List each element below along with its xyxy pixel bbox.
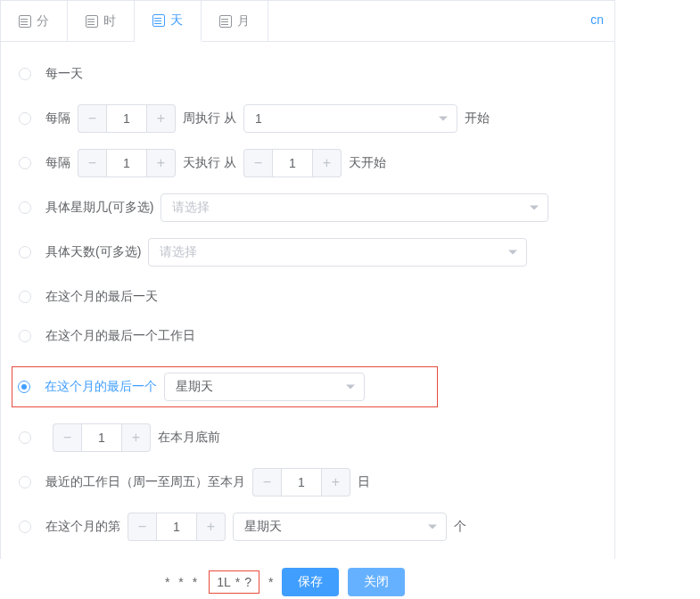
label-suffix: 周执行 从 bbox=[183, 111, 236, 127]
tab-hour[interactable]: 时 bbox=[68, 1, 135, 41]
radio-nearest-workday[interactable] bbox=[19, 476, 31, 488]
lang-switch[interactable]: cn bbox=[590, 12, 604, 27]
tab-label: 天 bbox=[170, 12, 183, 29]
label-prefix: 每隔 bbox=[45, 111, 70, 127]
minus-icon[interactable]: − bbox=[128, 513, 156, 541]
nth-stepper: − + bbox=[128, 513, 226, 541]
tab-label: 分 bbox=[37, 13, 49, 29]
tab-minute[interactable]: 分 bbox=[1, 1, 68, 41]
plus-icon[interactable]: + bbox=[147, 149, 176, 177]
minus-icon[interactable]: − bbox=[243, 149, 272, 177]
day-interval-input[interactable] bbox=[106, 149, 147, 177]
minus-icon[interactable]: − bbox=[53, 423, 81, 452]
week-start-select[interactable]: 1 bbox=[243, 104, 457, 133]
selected-row-highlight: 在这个月的最后一个 星期天 bbox=[12, 366, 438, 407]
label-prefix: 每隔 bbox=[45, 155, 70, 171]
day-interval-stepper: − + bbox=[78, 149, 176, 177]
cron-expression-highlight: 1L * ? bbox=[209, 570, 259, 594]
chevron-down-icon bbox=[346, 385, 355, 390]
nearest-workday-stepper: − + bbox=[252, 468, 350, 496]
radio-every-day[interactable] bbox=[19, 68, 31, 80]
plus-icon[interactable]: + bbox=[322, 468, 350, 496]
day-from-stepper: − + bbox=[243, 149, 342, 177]
label-nth-weekday: 在这个月的第 bbox=[45, 519, 120, 535]
minus-icon[interactable]: − bbox=[78, 149, 106, 177]
calendar-icon bbox=[19, 15, 31, 28]
label-before-end: 在本月底前 bbox=[158, 430, 220, 446]
calendar-icon bbox=[219, 15, 232, 28]
radio-before-end[interactable] bbox=[19, 431, 31, 444]
radio-every-n-days[interactable] bbox=[19, 157, 31, 169]
select-placeholder: 请选择 bbox=[172, 200, 210, 216]
save-button[interactable]: 保存 bbox=[282, 568, 339, 596]
label-specific-day: 具体天数(可多选) bbox=[45, 244, 141, 260]
tab-label: 月 bbox=[237, 13, 250, 29]
chevron-down-icon bbox=[508, 250, 517, 255]
tab-day[interactable]: 天 bbox=[135, 1, 202, 42]
before-end-input[interactable] bbox=[81, 423, 122, 452]
plus-icon[interactable]: + bbox=[147, 104, 176, 133]
chevron-down-icon bbox=[428, 525, 437, 529]
label-last-workday: 在这个月的最后一个工作日 bbox=[45, 328, 195, 344]
last-weekday-select[interactable]: 星期天 bbox=[164, 373, 365, 401]
chevron-down-icon bbox=[530, 206, 539, 210]
week-interval-input[interactable] bbox=[106, 104, 147, 133]
label-last-weekday: 在这个月的最后一个 bbox=[45, 379, 157, 395]
radio-last-workday[interactable] bbox=[19, 330, 31, 342]
calendar-icon bbox=[152, 14, 165, 27]
tab-label: 时 bbox=[103, 13, 116, 29]
cron-prefix: * * * bbox=[165, 575, 200, 589]
nth-input[interactable] bbox=[156, 513, 197, 541]
minus-icon[interactable]: − bbox=[252, 468, 281, 496]
nth-weekday-select[interactable]: 星期天 bbox=[233, 513, 447, 541]
before-end-stepper: − + bbox=[53, 423, 151, 452]
select-value: 星期天 bbox=[244, 519, 282, 535]
cron-dow: ? bbox=[244, 575, 251, 589]
label-suffix: 天执行 从 bbox=[183, 155, 236, 171]
label-day-suffix: 日 bbox=[358, 474, 370, 490]
specific-day-select[interactable]: 请选择 bbox=[148, 238, 527, 267]
cron-suffix: * bbox=[268, 575, 273, 589]
radio-every-n-weeks[interactable] bbox=[19, 112, 31, 125]
label-end: 天开始 bbox=[349, 155, 386, 171]
plus-icon[interactable]: + bbox=[122, 423, 151, 452]
tab-bar: 分 时 天 月 cn bbox=[1, 1, 614, 42]
chevron-down-icon bbox=[439, 117, 448, 121]
minus-icon[interactable]: − bbox=[78, 104, 106, 133]
label-nearest-workday: 最近的工作日（周一至周五）至本月 bbox=[45, 474, 245, 490]
plus-icon[interactable]: + bbox=[313, 149, 342, 177]
label-last-day: 在这个月的最后一天 bbox=[45, 289, 158, 305]
nearest-workday-input[interactable] bbox=[281, 468, 322, 496]
radio-last-weekday[interactable] bbox=[18, 381, 30, 393]
tab-month[interactable]: 月 bbox=[202, 1, 268, 41]
close-button[interactable]: 关闭 bbox=[348, 568, 405, 596]
cron-mid: * bbox=[235, 575, 240, 589]
calendar-icon bbox=[86, 15, 98, 28]
radio-nth-weekday[interactable] bbox=[19, 521, 31, 533]
day-panel: 每一天 每隔 − + 周执行 从 1 开始 每隔 − + bbox=[1, 42, 614, 559]
radio-last-day[interactable] bbox=[19, 291, 31, 303]
radio-specific-weekday[interactable] bbox=[19, 201, 31, 214]
radio-specific-day[interactable] bbox=[19, 246, 31, 258]
footer: * * * 1L * ? * 保存 关闭 bbox=[0, 568, 615, 596]
week-interval-stepper: − + bbox=[78, 104, 176, 133]
select-placeholder: 请选择 bbox=[160, 244, 197, 260]
day-from-input[interactable] bbox=[272, 149, 313, 177]
label-specific-weekday: 具体星期几(可多选) bbox=[45, 200, 153, 216]
label-nth-suffix: 个 bbox=[454, 519, 466, 535]
label-every-day: 每一天 bbox=[45, 66, 83, 82]
select-value: 1 bbox=[255, 111, 262, 126]
select-value: 星期天 bbox=[176, 379, 213, 395]
specific-weekday-select[interactable]: 请选择 bbox=[161, 193, 548, 222]
label-start: 开始 bbox=[465, 111, 490, 127]
cron-day: 1L bbox=[217, 575, 231, 589]
plus-icon[interactable]: + bbox=[197, 513, 226, 541]
